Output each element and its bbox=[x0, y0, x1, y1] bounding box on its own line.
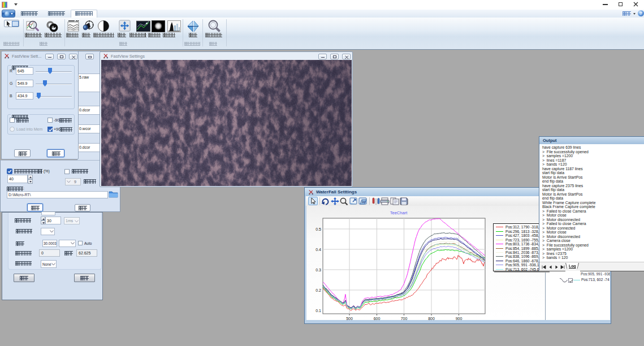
svg-text:0.5: 0.5 bbox=[315, 227, 321, 231]
svg-text:500: 500 bbox=[346, 317, 353, 320]
svg-text:700: 700 bbox=[401, 317, 408, 320]
svg-text:0.4: 0.4 bbox=[315, 248, 321, 252]
svg-text:TeeChart: TeeChart bbox=[390, 210, 408, 215]
svg-text:0.2: 0.2 bbox=[315, 288, 321, 292]
svg-text:600: 600 bbox=[374, 317, 381, 320]
svg-text:0.1: 0.1 bbox=[315, 309, 321, 313]
svg-text:900: 900 bbox=[456, 317, 463, 320]
svg-text:800: 800 bbox=[428, 317, 435, 320]
svg-text:3d: 3d bbox=[362, 200, 366, 204]
svg-text:0.3: 0.3 bbox=[315, 268, 321, 272]
